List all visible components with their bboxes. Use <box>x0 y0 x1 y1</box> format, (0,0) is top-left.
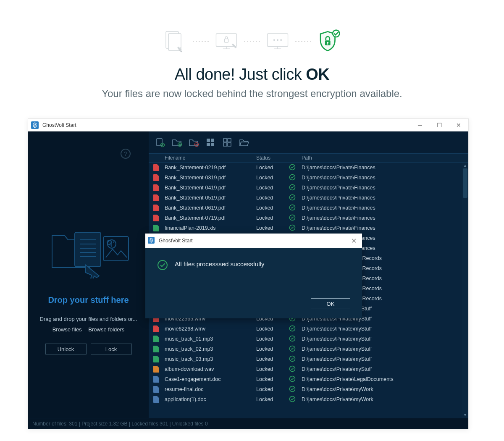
table-row[interactable]: application(1).docLockedD:\james\docs\Pr… <box>149 394 468 404</box>
status-check-icon <box>289 325 302 333</box>
progress-steps <box>0 29 504 54</box>
cell-status: Locked <box>256 165 289 171</box>
cell-status: Locked <box>256 195 289 201</box>
file-icon <box>153 194 159 201</box>
cell-status: Locked <box>256 225 289 231</box>
file-icon <box>153 184 159 191</box>
status-check-icon <box>289 386 302 394</box>
drop-hint: Drag and drop your files and folders or.… <box>40 316 137 322</box>
maximize-button[interactable]: ☐ <box>430 119 449 131</box>
table-row[interactable]: Bank_Statement-0319.pdfLockedD:\james\do… <box>149 173 468 183</box>
cell-path: D:\james\docs\Private\Finances <box>302 185 462 191</box>
cell-status: Locked <box>256 366 289 372</box>
cell-path: D:\james\docs\Private\Finances <box>302 175 462 181</box>
table-row[interactable]: Bank_Statement-0419.pdfLockedD:\james\do… <box>149 183 468 193</box>
file-icon <box>153 336 159 342</box>
file-icon <box>153 326 159 332</box>
titlebar[interactable]: GhostVolt Start ─ ☐ ✕ <box>28 119 468 131</box>
cell-status: Locked <box>256 386 289 392</box>
scroll-thumb[interactable] <box>463 168 467 198</box>
status-check-icon <box>289 174 302 182</box>
cell-filename: resume-final.doc <box>164 386 256 392</box>
step-divider <box>244 41 260 42</box>
table-row[interactable]: Bank_Statement-0619.pdfLockedD:\james\do… <box>149 203 468 213</box>
file-icon <box>153 376 159 383</box>
cell-filename: Bank_Statement-0219.pdf <box>164 165 256 171</box>
close-button[interactable]: ✕ <box>449 119 468 131</box>
view-small-icon[interactable] <box>222 137 233 148</box>
ok-button[interactable]: OK <box>311 298 350 309</box>
table-row[interactable]: album-download.wavLockedD:\james\docs\Pr… <box>149 364 468 374</box>
cell-path: D:\james\docs\Private\myStuff <box>302 346 462 352</box>
window-title: GhostVolt Start <box>42 122 410 128</box>
dialog-close-button[interactable]: ✕ <box>345 234 362 248</box>
status-check-icon <box>289 396 302 404</box>
view-large-icon[interactable] <box>205 137 216 148</box>
add-file-icon[interactable] <box>155 137 165 148</box>
minimize-button[interactable]: ─ <box>410 119 430 131</box>
scroll-down-icon[interactable]: ▼ <box>462 412 468 418</box>
table-row[interactable]: Bank_Statement-0219.pdfLockedD:\james\do… <box>149 163 468 173</box>
add-folder-icon[interactable] <box>171 137 182 148</box>
status-check-icon <box>289 194 302 202</box>
cell-filename: financialPlan-2019.xls <box>164 225 256 231</box>
status-check-icon <box>289 345 302 353</box>
scroll-up-icon[interactable]: ▲ <box>462 163 468 168</box>
remove-folder-icon[interactable] <box>188 137 199 148</box>
table-row[interactable]: Bank_Statement-0519.pdfLockedD:\james\do… <box>149 193 468 203</box>
browse-files-link[interactable]: Browse files <box>52 326 82 333</box>
table-row[interactable]: Case1-engagement.docLockedD:\james\docs\… <box>149 374 468 384</box>
file-icon <box>153 396 159 403</box>
cell-filename: Bank_Statement-0519.pdf <box>164 195 256 201</box>
lock-button[interactable]: Lock <box>91 344 132 354</box>
status-check-icon <box>289 375 302 383</box>
cell-path: D:\james\docs\Private\Finances <box>302 225 462 231</box>
dialog-titlebar[interactable]: GhostVolt Start ✕ <box>145 234 362 248</box>
cell-path: D:\james\docs\Private\Finances <box>302 205 462 211</box>
table-row[interactable]: financialPlan-2019.xlsLockedD:\james\doc… <box>149 223 468 233</box>
column-path[interactable]: Path <box>302 155 462 161</box>
cell-status: Locked <box>256 326 289 332</box>
app-icon <box>148 237 155 244</box>
step-files-icon <box>163 29 188 54</box>
cell-status: Locked <box>256 356 289 362</box>
success-dialog: GhostVolt Start ✕ All files processsed s… <box>145 234 362 318</box>
svg-rect-32 <box>207 139 210 142</box>
cell-status: Locked <box>256 175 289 181</box>
svg-point-10 <box>277 39 278 41</box>
file-icon <box>153 205 159 211</box>
table-row[interactable]: Bank_Statement-0719.pdfLockedD:\james\do… <box>149 213 468 223</box>
help-icon[interactable]: ? <box>120 148 131 161</box>
svg-point-9 <box>273 39 275 41</box>
file-icon <box>153 366 159 373</box>
table-row[interactable]: music_track_02.mp3LockedD:\james\docs\Pr… <box>149 344 468 354</box>
cell-status: Locked <box>256 215 289 221</box>
app-icon <box>31 121 39 129</box>
table-row[interactable]: resume-final.docLockedD:\james\docs\Priv… <box>149 384 468 394</box>
table-row[interactable]: movie62268.wmvLockedD:\james\docs\Privat… <box>149 324 468 334</box>
svg-rect-34 <box>207 143 210 146</box>
open-folder-icon[interactable] <box>239 137 249 148</box>
column-filename[interactable]: Filename <box>164 155 256 161</box>
table-row[interactable]: music_track_01.mp3LockedD:\james\docs\Pr… <box>149 334 468 344</box>
cell-filename: album-download.wav <box>164 366 256 372</box>
unlock-button[interactable]: Unlock <box>45 344 87 354</box>
step-secure-icon <box>316 29 341 54</box>
scrollbar[interactable]: ▲ ▼ <box>462 163 468 418</box>
cell-path: D:\james\docs\Private\myWork <box>302 396 462 402</box>
browse-folders-link[interactable]: Browse folders <box>88 326 124 333</box>
file-icon <box>153 174 159 181</box>
svg-rect-38 <box>223 143 227 146</box>
cell-status: Locked <box>256 205 289 211</box>
svg-rect-39 <box>228 143 231 146</box>
table-row[interactable]: music_track_03.mp3LockedD:\james\docs\Pr… <box>149 354 468 364</box>
cell-filename: music_track_02.mp3 <box>164 346 256 352</box>
column-status[interactable]: Status <box>256 155 289 161</box>
cell-status: Locked <box>256 185 289 191</box>
cell-path: D:\james\docs\Private\Finances <box>302 215 462 221</box>
cell-path: D:\james\docs\Private\myStuff <box>302 366 462 372</box>
step-divider <box>193 41 209 42</box>
svg-rect-5 <box>224 39 228 42</box>
statusbar: Number of files: 301 | Project size 1.32… <box>28 418 468 429</box>
cell-filename: Bank_Statement-0719.pdf <box>164 215 256 221</box>
